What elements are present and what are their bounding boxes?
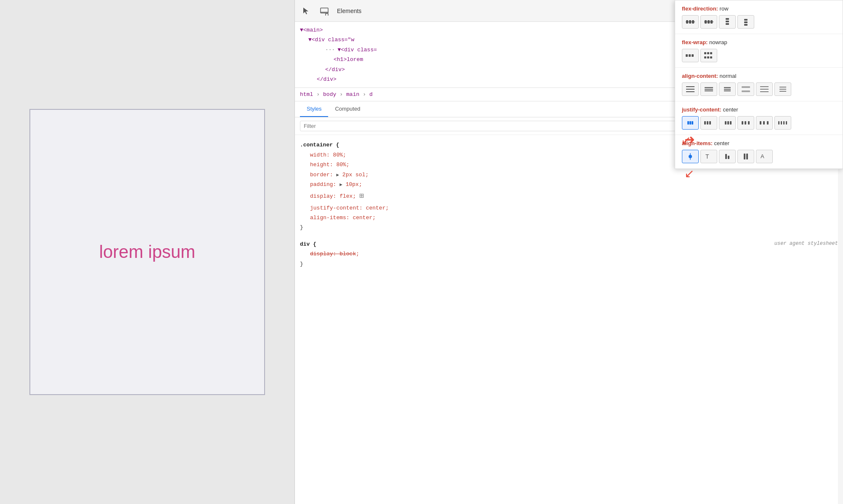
flex-wrap-wrap-btn[interactable] — [700, 49, 717, 62]
svg-rect-59 — [786, 121, 787, 125]
breadcrumb-d[interactable]: d — [369, 91, 373, 98]
align-items-stretch-btn[interactable] — [737, 150, 754, 163]
flex-wrap-label: flex-wrap: nowrap — [682, 39, 836, 45]
svg-rect-34 — [742, 90, 750, 92]
svg-rect-11 — [726, 23, 729, 25]
justify-content-buttons — [682, 116, 836, 130]
svg-rect-45 — [707, 121, 708, 125]
flex-direction-row-btn[interactable] — [682, 15, 699, 29]
justify-content-center-btn[interactable] — [682, 116, 699, 130]
container-box: lorem ipsum — [29, 109, 265, 395]
svg-rect-22 — [707, 56, 709, 58]
css-rule-close2: } — [300, 259, 838, 269]
breadcrumb-body[interactable]: body — [323, 91, 336, 98]
flex-direction-column-btn[interactable] — [719, 15, 736, 29]
justify-content-space-evenly-btn[interactable] — [774, 116, 791, 130]
cursor-icon[interactable] — [300, 5, 312, 17]
svg-rect-47 — [725, 121, 726, 125]
svg-rect-9 — [726, 18, 729, 20]
align-content-end-btn[interactable] — [719, 82, 736, 96]
user-agent-comment: user agent stylesheet — [774, 239, 838, 249]
svg-text:A: A — [761, 153, 764, 159]
svg-rect-65 — [744, 154, 745, 159]
div-selector-row: div { user agent stylesheet — [300, 239, 838, 249]
svg-rect-13 — [744, 21, 748, 23]
svg-rect-51 — [745, 121, 746, 125]
flex-direction-section: flex-direction: row — [675, 0, 843, 34]
align-items-buttons: T A — [682, 150, 836, 163]
svg-rect-43 — [692, 121, 693, 125]
svg-rect-66 — [746, 154, 748, 159]
svg-rect-21 — [704, 56, 706, 58]
device-icon[interactable] — [318, 5, 330, 17]
svg-rect-58 — [783, 121, 785, 125]
tab-styles[interactable]: Styles — [300, 101, 328, 117]
align-items-section: align-items: center T — [675, 135, 843, 169]
flex-icon-inline[interactable]: ⊞ — [359, 189, 364, 203]
flex-wrap-nowrap-btn[interactable] — [682, 49, 699, 62]
svg-rect-41 — [687, 121, 689, 125]
align-content-space-between-btn[interactable] — [756, 82, 773, 96]
justify-content-label: justify-content: center — [682, 106, 836, 113]
align-content-buttons — [682, 82, 836, 96]
svg-rect-50 — [742, 121, 743, 125]
justify-content-end-btn[interactable] — [719, 116, 736, 130]
css-prop-display-block[interactable]: display: block; — [300, 249, 838, 259]
align-content-section: align-content: normal — [675, 68, 843, 101]
justify-content-start-btn[interactable] — [700, 116, 717, 130]
svg-rect-64 — [728, 156, 729, 159]
breadcrumb-main[interactable]: main — [346, 91, 359, 98]
elements-tab[interactable]: Elements — [337, 8, 361, 14]
lorem-ipsum-text: lorem ipsum — [99, 242, 196, 262]
svg-rect-46 — [709, 121, 711, 125]
align-content-center-btn[interactable] — [700, 82, 717, 96]
svg-rect-48 — [727, 121, 729, 125]
align-content-stretch-btn[interactable] — [737, 82, 754, 96]
svg-rect-20 — [710, 52, 712, 54]
svg-rect-16 — [689, 54, 691, 57]
flex-wrap-section: flex-wrap: nowrap — [675, 34, 843, 68]
justify-content-space-around-btn[interactable] — [737, 116, 754, 130]
svg-rect-10 — [726, 21, 729, 22]
css-prop-border[interactable]: border: ▶ 2px sol; — [300, 170, 838, 180]
svg-rect-14 — [744, 24, 748, 26]
svg-rect-18 — [704, 52, 706, 54]
css-prop-display[interactable]: display: flex; ⊞ — [300, 189, 838, 203]
align-items-end-btn[interactable] — [719, 150, 736, 163]
tab-computed[interactable]: Computed — [328, 101, 367, 117]
svg-rect-42 — [689, 121, 691, 125]
align-content-label: align-content: normal — [682, 73, 836, 79]
svg-rect-17 — [692, 54, 694, 57]
flex-direction-row-reverse-btn[interactable] — [700, 15, 717, 29]
breadcrumb-html[interactable]: html — [300, 91, 313, 98]
align-content-start-btn[interactable] — [682, 82, 699, 96]
svg-rect-55 — [767, 121, 769, 125]
svg-rect-54 — [763, 121, 765, 125]
flex-direction-column-reverse-btn[interactable] — [737, 15, 754, 29]
flex-editor: flex-direction: row — [675, 0, 843, 169]
flex-direction-label: flex-direction: row — [682, 5, 836, 12]
align-items-start-btn[interactable]: T — [700, 150, 717, 163]
css-prop-padding[interactable]: padding: ▶ 10px; — [300, 180, 838, 189]
svg-rect-12 — [744, 19, 748, 21]
flex-direction-buttons — [682, 15, 836, 29]
justify-content-section: justify-content: center — [675, 101, 843, 135]
svg-rect-44 — [704, 121, 706, 125]
svg-rect-53 — [760, 121, 761, 125]
css-prop-justify-content[interactable]: justify-content: center; — [300, 203, 838, 213]
align-items-center-btn[interactable] — [682, 150, 699, 163]
devtools-panel: Elements ▼<main> ▼<div class="w ··· ▼<di… — [294, 0, 843, 504]
svg-rect-63 — [725, 154, 727, 159]
align-items-baseline-btn[interactable]: A — [756, 150, 773, 163]
css-rules: .container { width: 80%; height: 80%; bo… — [295, 135, 843, 504]
align-content-space-around-btn[interactable] — [774, 82, 791, 96]
svg-rect-52 — [748, 121, 750, 125]
svg-rect-15 — [686, 54, 688, 57]
align-items-label: align-items: center — [682, 140, 836, 146]
justify-content-space-between-btn[interactable] — [756, 116, 773, 130]
svg-rect-49 — [730, 121, 732, 125]
svg-text:T: T — [705, 153, 709, 160]
css-prop-align-items[interactable]: align-items: center; — [300, 213, 838, 223]
browser-viewport: lorem ipsum — [0, 0, 294, 504]
css-rule-close1: } — [300, 223, 838, 232]
